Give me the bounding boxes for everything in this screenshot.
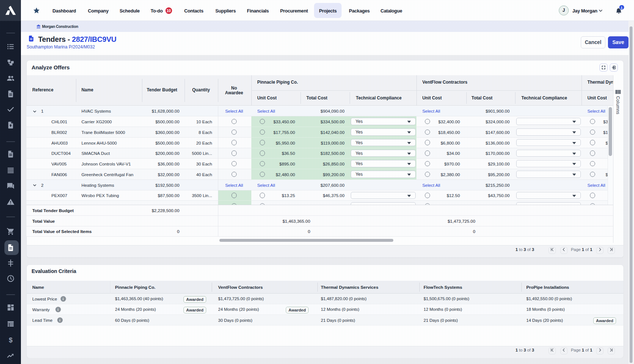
svg-text:$: $ — [8, 336, 12, 344]
